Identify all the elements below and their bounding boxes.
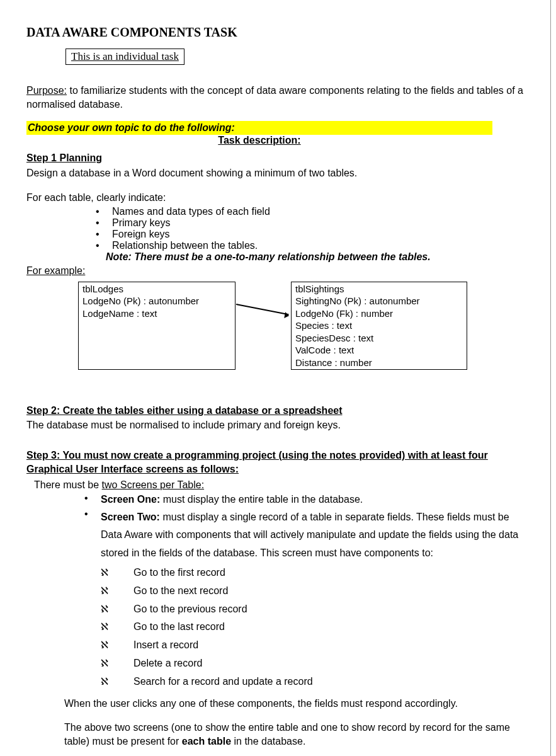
op-text: Go to the first record [133, 564, 225, 582]
record-operations-list: Go to the first record Go to the next re… [101, 564, 530, 691]
table-bullet-list: Names and data types of each field Prima… [96, 206, 530, 251]
purpose-label: Purpose: [26, 85, 67, 96]
table-box-right: tblSightings SightingNo (Pk) : autonumbe… [291, 282, 467, 370]
bullet-icon [96, 206, 112, 217]
list-item: Go to the first record [101, 564, 530, 582]
relationship-connector [236, 304, 289, 315]
list-item: Foreign keys [96, 229, 530, 240]
alef-icon [101, 673, 133, 691]
op-text: Insert a record [133, 636, 198, 655]
step1-text: Design a database in a Word document sho… [26, 166, 530, 180]
table-name: tblLodges [82, 283, 231, 295]
relationship-note: Note: There must be a one-to-many relati… [106, 251, 530, 263]
table-field: SpeciesDesc : text [295, 332, 463, 345]
list-item: Screen Two: must display a single record… [84, 508, 530, 563]
screen-one-label: Screen One: [101, 494, 160, 505]
bullet-icon [84, 493, 101, 504]
list-item: Delete a record [101, 655, 530, 673]
screen-two-text: must display a single record of a table … [101, 512, 518, 559]
step3-heading: Step 3: You must now create a programmin… [26, 450, 488, 474]
for-each-table-label: For each table, clearly indicate: [26, 191, 530, 205]
step2-heading: Step 2: Create the tables either using a… [26, 405, 343, 416]
screen-two-label: Screen Two: [101, 512, 160, 522]
screen-one-text: must display the entire table in the dat… [160, 494, 363, 505]
table-field: Distance : number [295, 357, 463, 369]
alef-icon [101, 655, 133, 673]
table-field: LodgeNo (Pk) : autonumber [82, 295, 231, 307]
list-item: Insert a record [101, 636, 530, 655]
step3-intro: There must be two Screens per Table: [34, 478, 530, 492]
task-description-heading: Task description: [26, 135, 492, 146]
step1-heading: Step 1 Planning [26, 152, 102, 163]
list-item: Search for a record and update a record [101, 673, 530, 691]
individual-task-box: This is an individual task [65, 49, 184, 65]
alef-icon [101, 636, 133, 655]
list-item: Primary keys [96, 217, 530, 229]
closing2-post: in the database. [231, 736, 305, 747]
closing-text-2: The above two screens (one to show the e… [64, 721, 530, 748]
bullet-icon [96, 217, 112, 229]
purpose-paragraph: Purpose: to familiarize students with th… [26, 84, 530, 111]
bullet-icon [84, 508, 101, 520]
table-box-left: tblLodges LodgeNo (Pk) : autonumber Lodg… [78, 282, 235, 370]
page-border-right [550, 0, 551, 756]
table-field: LodgeNo (Fk) : number [295, 307, 463, 320]
closing2-bold: each table [182, 736, 231, 747]
alef-icon [101, 600, 133, 619]
table-field: ValCode : text [295, 344, 463, 357]
step3-intro-pre: There must be [34, 479, 102, 490]
list-item: Screen One: must display the entire tabl… [84, 493, 530, 507]
table-field: LodgeName : text [82, 307, 231, 320]
page-title: DATA AWARE COMPONENTS TASK [26, 25, 530, 40]
choose-topic-highlight: Choose your own topic to do the followin… [26, 121, 492, 135]
alef-icon [101, 582, 133, 600]
op-text: Go to the next record [133, 582, 228, 600]
op-text: Search for a record and update a record [133, 673, 313, 691]
list-item: Go to the last record [101, 618, 530, 636]
screen-two-item: Screen Two: must display a single record… [101, 508, 530, 563]
step3-intro-underline: two Screens per Table: [102, 479, 204, 490]
bullet-icon [96, 240, 112, 251]
table-field: Species : text [295, 319, 463, 332]
bullet-text: Relationship between the tables. [112, 240, 530, 251]
op-text: Go to the previous record [133, 600, 247, 619]
closing-text-1: When the user clicks any one of these co… [64, 697, 530, 711]
table-name: tblSightings [295, 283, 463, 295]
bullet-icon [96, 229, 112, 240]
alef-icon [101, 564, 133, 582]
table-field: SightingNo (Pk) : autonumber [295, 295, 463, 307]
purpose-text: to familiarize students with the concept… [26, 85, 523, 110]
bullet-text: Foreign keys [112, 229, 530, 240]
screen-one-item: Screen One: must display the entire tabl… [101, 493, 530, 507]
list-item: Go to the previous record [101, 600, 530, 619]
step2-text: The database must be normalised to inclu… [26, 418, 530, 432]
list-item: Go to the next record [101, 582, 530, 600]
alef-icon [101, 618, 133, 636]
for-example-label: For example: [26, 265, 85, 276]
op-text: Delete a record [133, 655, 202, 673]
bullet-text: Names and data types of each field [112, 206, 530, 217]
bullet-text: Primary keys [112, 217, 530, 229]
list-item: Relationship between the tables. [96, 240, 530, 251]
op-text: Go to the last record [133, 618, 225, 636]
list-item: Names and data types of each field [96, 206, 530, 217]
er-diagram: tblLodges LodgeNo (Pk) : autonumber Lodg… [26, 282, 530, 376]
